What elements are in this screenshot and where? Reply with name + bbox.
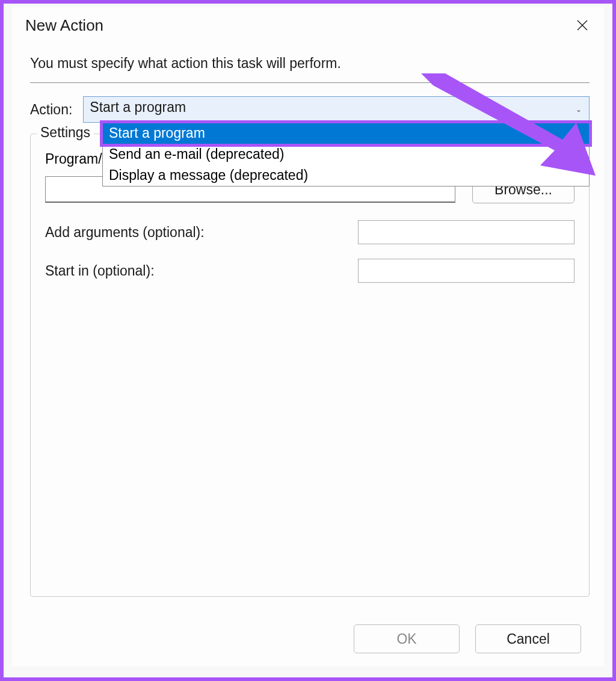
settings-group: Settings Program/script: Browse... Add a…: [30, 134, 590, 597]
action-row: Action: Start a program ⌄ Start a progra…: [30, 96, 590, 123]
dropdown-option-send-email[interactable]: Send an e-mail (deprecated): [103, 144, 589, 165]
cancel-button[interactable]: Cancel: [475, 624, 581, 653]
dialog-title: New Action: [25, 16, 103, 35]
dropdown-option-display-message[interactable]: Display a message (deprecated): [103, 165, 589, 186]
start-in-input[interactable]: [358, 259, 574, 283]
action-label: Action:: [30, 102, 72, 118]
action-dropdown-list: Start a program Send an e-mail (deprecat…: [102, 123, 590, 186]
instruction-text: You must specify what action this task w…: [30, 55, 590, 72]
settings-legend: Settings: [37, 125, 94, 141]
dialog-body: You must specify what action this task w…: [12, 43, 604, 616]
action-selected-value: Start a program: [90, 99, 186, 115]
add-arguments-label: Add arguments (optional):: [45, 224, 205, 241]
close-icon: [577, 20, 588, 31]
add-arguments-row: Add arguments (optional):: [45, 220, 574, 244]
chevron-down-icon: ⌄: [576, 105, 582, 114]
action-dropdown[interactable]: Start a program ⌄: [83, 96, 590, 123]
dialog-footer: OK Cancel: [12, 616, 604, 667]
close-button[interactable]: [570, 13, 594, 37]
divider: [30, 82, 590, 83]
ok-button[interactable]: OK: [354, 624, 460, 653]
start-in-label: Start in (optional):: [45, 263, 155, 279]
add-arguments-input[interactable]: [358, 220, 574, 244]
new-action-dialog: New Action You must specify what action …: [12, 7, 604, 667]
start-in-row: Start in (optional):: [45, 259, 574, 283]
title-bar: New Action: [12, 7, 604, 43]
dropdown-option-start-program[interactable]: Start a program: [103, 123, 589, 144]
